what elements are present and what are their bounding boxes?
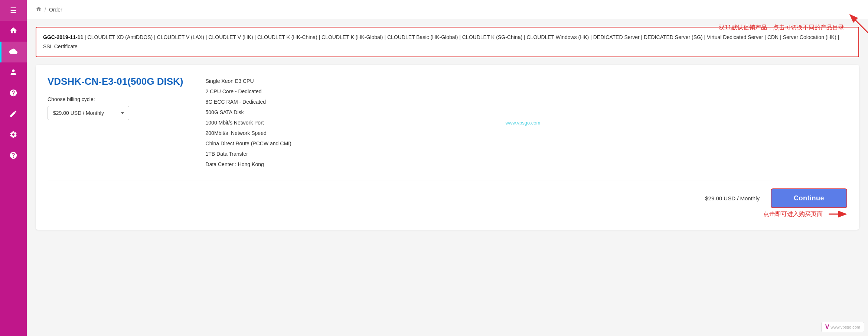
price-display: $29.00 USD / Monthly bbox=[705, 195, 760, 201]
billing-select[interactable]: $29.00 USD / Monthly $87.00 USD / Quarte… bbox=[48, 106, 129, 120]
spec-route: China Direct Route (PCCW and CMI) bbox=[206, 138, 847, 149]
sidebar-item-help1[interactable] bbox=[0, 83, 27, 104]
tab-sep-4: | bbox=[319, 34, 322, 40]
spec-network-speed: 200Mbit/s Network Speed bbox=[206, 128, 847, 138]
sidebar-item-account[interactable] bbox=[0, 62, 27, 83]
product-left: VDSHK-CN-E3-01(500G DISK) Choose billing… bbox=[48, 76, 183, 169]
tab-sep-1: | bbox=[154, 34, 157, 40]
product-card: VDSHK-CN-E3-01(500G DISK) Choose billing… bbox=[36, 65, 859, 230]
tab-dedicated[interactable]: DEDICATED Server bbox=[593, 34, 640, 40]
sidebar-item-settings[interactable] bbox=[0, 125, 27, 146]
breadcrumb: / Order bbox=[36, 6, 62, 13]
specs-container: www.vpsgo.com Single Xeon E3 CPU 2 CPU C… bbox=[206, 76, 847, 169]
spec-datacenter: Data Center : Hong Kong bbox=[206, 159, 847, 169]
continue-button[interactable]: Continue bbox=[771, 188, 847, 208]
footer-annotation-row: 点击即可进入购买页面 bbox=[48, 210, 847, 219]
vpsgo-logo-text: www.vpsgo.com bbox=[831, 325, 860, 329]
footer-annotation-text: 点击即可进入购买页面 bbox=[763, 210, 823, 218]
menu-toggle[interactable]: ☰ bbox=[0, 0, 27, 21]
help-icon bbox=[9, 89, 17, 99]
person-icon bbox=[9, 68, 17, 78]
tab-sep-9: | bbox=[641, 34, 644, 40]
hamburger-icon: ☰ bbox=[10, 6, 17, 15]
sidebar-item-help2[interactable] bbox=[0, 146, 27, 167]
help2-icon bbox=[9, 151, 17, 161]
tab-sep-6: | bbox=[459, 34, 462, 40]
tab-cloudlet-basic[interactable]: CLOUDLET Basic (HK-Global) bbox=[387, 34, 458, 40]
sidebar-item-cloud[interactable] bbox=[0, 42, 27, 62]
tab-separator-0: | bbox=[85, 34, 88, 40]
spec-disk: 500G SATA Disk bbox=[206, 107, 847, 117]
billing-label: Choose billing cycle: bbox=[48, 96, 183, 102]
spec-cores: 2 CPU Core - Dedicated bbox=[206, 86, 847, 97]
tab-sep-3: | bbox=[255, 34, 258, 40]
tab-sep-5: | bbox=[384, 34, 387, 40]
tab-dedicated-sg[interactable]: DEDICATED Server (SG) bbox=[644, 34, 702, 40]
tab-cloudlet-v-lax[interactable]: CLOUDLET V (LAX) bbox=[157, 34, 204, 40]
product-footer: $29.00 USD / Monthly Continue bbox=[48, 181, 847, 208]
edit-icon bbox=[9, 110, 17, 120]
tab-cloudlet-windows[interactable]: CLOUDLET Windows (HK) bbox=[527, 34, 589, 40]
header: / Order bbox=[27, 0, 868, 19]
vpsgo-watermark: V www.vpsgo.com bbox=[821, 322, 864, 332]
tab-cloudlet-k-hkchina[interactable]: CLOUDLET K (HK-China) bbox=[257, 34, 317, 40]
tab-sep-12: | bbox=[780, 34, 783, 40]
footer-wrapper: $29.00 USD / Monthly Continue 点击即可进入购买页面 bbox=[48, 181, 847, 219]
tab-sep-8: | bbox=[590, 34, 593, 40]
product-specs: Single Xeon E3 CPU 2 CPU Core - Dedicate… bbox=[206, 76, 847, 169]
vpsgo-logo-v: V bbox=[825, 324, 829, 330]
product-tabs-bar: GGC-2019-11-11 | CLOUDLET XD (AntiDDOS) … bbox=[36, 27, 859, 57]
spec-cpu: Single Xeon E3 CPU bbox=[206, 76, 847, 86]
arrow-right-icon bbox=[829, 210, 847, 219]
sidebar: ☰ bbox=[0, 0, 27, 336]
tab-cloudlet-k-sgchina[interactable]: CLOUDLET K (SG-China) bbox=[462, 34, 522, 40]
main-content: / Order 双11默认促销产品，点击可切换不同的产品目录 bbox=[27, 0, 868, 336]
active-tab[interactable]: GGC-2019-11-11 bbox=[43, 34, 83, 40]
tab-sep-11: | bbox=[764, 34, 767, 40]
content-area: 双11默认促销产品，点击可切换不同的产品目录 GGC-2019-11-11 | … bbox=[27, 19, 868, 336]
tab-sep-13: | bbox=[838, 34, 839, 40]
product-card-inner: VDSHK-CN-E3-01(500G DISK) Choose billing… bbox=[48, 76, 847, 169]
breadcrumb-home-icon bbox=[36, 6, 42, 13]
sidebar-item-home[interactable] bbox=[0, 21, 27, 42]
breadcrumb-separator: / bbox=[45, 7, 46, 13]
tab-colocation[interactable]: Server Colocation (HK) bbox=[783, 34, 836, 40]
spec-ram: 8G ECC RAM - Dedicated bbox=[206, 97, 847, 107]
tab-vds[interactable]: Virtual Dedicated Server bbox=[707, 34, 763, 40]
cloud-icon bbox=[9, 47, 17, 57]
sidebar-item-edit[interactable] bbox=[0, 104, 27, 125]
tab-cloudlet-xd[interactable]: CLOUDLET XD (AntiDDOS) bbox=[88, 34, 153, 40]
spec-transfer: 1TB Data Transfer bbox=[206, 149, 847, 159]
tab-cdn[interactable]: CDN bbox=[767, 34, 779, 40]
tab-sep-10: | bbox=[704, 34, 707, 40]
product-title: VDSHK-CN-E3-01(500G DISK) bbox=[48, 76, 183, 87]
home-icon bbox=[9, 26, 17, 36]
tab-cloudlet-k-hkglobal[interactable]: CLOUDLET K (HK-Global) bbox=[322, 34, 383, 40]
tab-sep-7: | bbox=[524, 34, 527, 40]
gear-icon bbox=[9, 130, 17, 140]
spec-network-port: 1000 Mbit/s Network Port bbox=[206, 117, 847, 128]
tab-cloudlet-v-hk[interactable]: CLOUDLET V (HK) bbox=[208, 34, 253, 40]
tab-ssl[interactable]: SSL Certificate bbox=[43, 43, 78, 49]
breadcrumb-current: Order bbox=[49, 7, 62, 13]
